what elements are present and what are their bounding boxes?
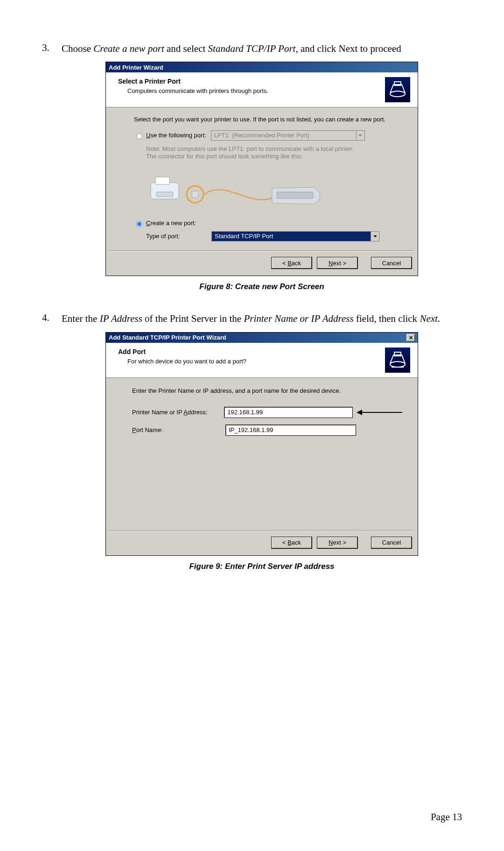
create-port-label: Create a new port: [146, 219, 196, 227]
dialog2-titlebar: Add Standard TCP/IP Printer Port Wizard … [106, 333, 418, 343]
create-port-row: Create a new port: [134, 219, 402, 227]
port-name-row: Port Name: [132, 425, 402, 436]
emphasis: Create a new port [93, 43, 164, 54]
step-3: 3. Choose Create a new port and select S… [42, 42, 462, 304]
use-port-row: UUse the following port:se the following… [134, 130, 402, 141]
svg-rect-4 [156, 192, 173, 197]
printer-icon [385, 77, 410, 102]
dialog1-body-text: Select the port you want your printer to… [134, 116, 402, 123]
svg-point-8 [390, 362, 405, 367]
dialog2-header-title: Add Port [118, 347, 385, 356]
svg-point-0 [390, 91, 405, 97]
dialog1-titlebar: Add Printer Wizard [106, 62, 418, 72]
use-port-combo[interactable]: LPT1: (Recommended Printer Port) [211, 130, 365, 141]
connector-illustration [146, 169, 333, 211]
page-number: Page 13 [431, 811, 462, 823]
figure-9-caption: Figure 9: Enter Print Server IP address [62, 561, 462, 572]
type-combo-text: Standard TCP/IP Port [212, 232, 371, 241]
text: Enter the [62, 313, 100, 324]
steps-list: 3. Choose Create a new port and select S… [42, 42, 462, 583]
step-4: 4. Enter the IP Address of the Print Ser… [42, 312, 462, 583]
text: . [438, 313, 440, 324]
dialog1-header-text: Select a Printer Port Computers communic… [118, 77, 385, 95]
printer-address-row: Printer Name or IP Address: [132, 407, 402, 418]
cancel-button[interactable]: Cancel [371, 257, 412, 269]
printer-address-input[interactable] [224, 407, 353, 418]
port-name-input[interactable] [225, 425, 356, 436]
note-line2: The connector for this port should look … [146, 153, 402, 160]
emphasis: Next [420, 313, 437, 324]
use-port-radio[interactable] [136, 133, 142, 139]
dialog1-body: Select the port you want your printer to… [106, 107, 418, 248]
dialog1-header: Select a Printer Port Computers communic… [106, 72, 418, 107]
step-3-number: 3. [42, 42, 62, 304]
emphasis: IP Address [100, 313, 142, 324]
emphasis: Printer Name or IP Address [244, 313, 353, 324]
combo-dropdown-button[interactable] [356, 131, 364, 140]
document-page: 3. Choose Create a new port and select S… [0, 0, 504, 851]
printer-icon [385, 347, 410, 373]
use-port-combo-text: LPT1: (Recommended Printer Port) [211, 131, 356, 140]
next-button[interactable]: Next > [317, 537, 358, 549]
printer-address-label: Printer Name or IP Address: [132, 408, 224, 417]
type-label: Type of port: [146, 232, 211, 241]
add-tcpip-port-wizard-dialog: Add Standard TCP/IP Printer Port Wizard … [105, 332, 418, 556]
dialog2-body: Enter the Printer Name or IP address, an… [106, 378, 418, 527]
text: , and click Next to proceed [295, 43, 401, 54]
port-name-label: Port Name: [132, 426, 225, 434]
svg-rect-3 [155, 177, 169, 184]
back-button[interactable]: < Back [271, 257, 312, 269]
add-printer-wizard-dialog: Add Printer Wizard Select a Printer Port… [105, 62, 418, 276]
dialog1-buttons: < Back Next > Cancel [106, 251, 418, 276]
dialog2-title: Add Standard TCP/IP Printer Port Wizard [109, 333, 226, 342]
step-4-body: Enter the IP Address of the Print Server… [62, 312, 462, 583]
dialog1-header-title: Select a Printer Port [118, 77, 385, 86]
dialog2-body-text: Enter the Printer Name or IP address, an… [132, 387, 402, 395]
arrow-annotation-icon [356, 407, 402, 418]
dialog2-buttons: < Back Next > Cancel [106, 531, 418, 555]
create-port-radio[interactable] [136, 221, 142, 227]
close-icon[interactable]: ✕ [406, 334, 415, 341]
next-button[interactable]: Next > [317, 257, 358, 269]
note-line1: Note: Most computers use the LPT1: port … [146, 145, 402, 153]
back-button[interactable]: < Back [271, 537, 312, 549]
dialog1-header-sub: Computers communicate with printers thro… [127, 87, 385, 95]
text: of the Print Server in the [142, 313, 244, 324]
emphasis: Standard TCP/IP Port [208, 43, 296, 54]
svg-rect-7 [277, 192, 313, 199]
dialog2-header-sub: For which device do you want to add a po… [127, 357, 385, 366]
combo-dropdown-button[interactable] [371, 232, 379, 241]
text: Choose [62, 43, 93, 54]
cancel-button[interactable]: Cancel [371, 537, 412, 549]
type-of-port-row: Type of port: Standard TCP/IP Port [146, 231, 402, 241]
text: and select [164, 43, 208, 54]
figure-8-wrap: Add Printer Wizard Select a Printer Port… [62, 62, 462, 292]
figure-9-wrap: Add Standard TCP/IP Printer Port Wizard … [62, 332, 462, 572]
dialog2-header: Add Port For which device do you want to… [106, 343, 418, 378]
note-block: Note: Most computers use the LPT1: port … [146, 145, 402, 211]
figure-8-caption: Figure 8: Create new Port Screen [62, 282, 462, 292]
text: field, then click [354, 313, 420, 324]
use-port-label: UUse the following port:se the following… [146, 131, 206, 140]
dialog1-title: Add Printer Wizard [109, 64, 163, 72]
type-of-port-combo[interactable]: Standard TCP/IP Port [211, 231, 379, 241]
step-3-body: Choose Create a new port and select Stan… [62, 42, 462, 304]
dialog2-header-text: Add Port For which device do you want to… [118, 347, 385, 365]
step-4-number: 4. [42, 312, 62, 583]
svg-rect-6 [192, 191, 198, 198]
